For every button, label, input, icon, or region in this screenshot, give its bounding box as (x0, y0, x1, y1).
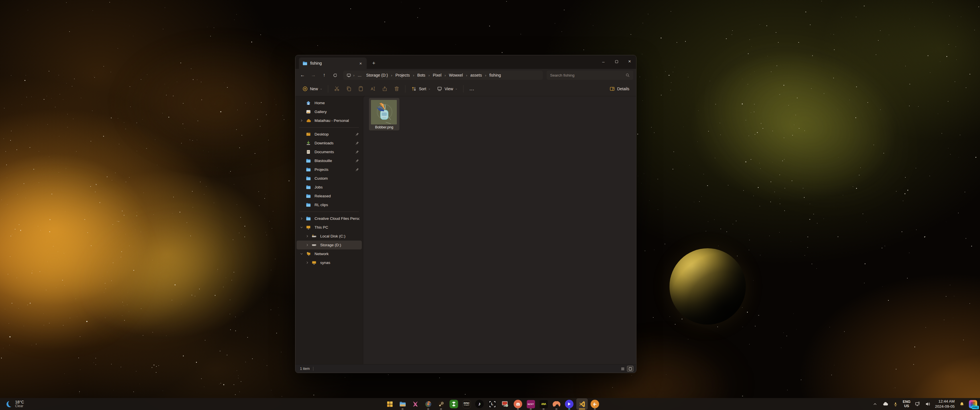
breadcrumb-assets[interactable]: assets (468, 72, 484, 78)
pin-icon (355, 167, 360, 172)
sidebar-item-onedrive[interactable]: Mataihau - Personal (297, 116, 362, 125)
minimize-button[interactable]: – (597, 55, 610, 68)
taskbar-pink-x-app[interactable] (410, 398, 421, 410)
new-button[interactable]: New ⌄ (299, 84, 325, 94)
new-tab-button[interactable]: + (369, 59, 378, 67)
breadcrumb-separator: › (428, 73, 430, 78)
microphone-tray-icon[interactable] (891, 398, 900, 410)
sidebar-item-downloads[interactable]: Downloads (297, 139, 362, 148)
taskbar-media-player[interactable] (563, 398, 575, 410)
folder-icon (306, 184, 311, 190)
chevron-down-icon[interactable] (298, 252, 305, 256)
sidebar-item-synas[interactable]: synas (297, 258, 362, 267)
onedrive-cloud-icon (306, 118, 311, 123)
sidebar-item-rl-clips[interactable]: RL clips (297, 200, 362, 209)
breadcrumb-fishing[interactable]: fishing (487, 72, 503, 78)
breadcrumb-storage-d[interactable]: Storage (D:) (364, 72, 390, 78)
delete-button[interactable] (391, 84, 402, 94)
folder-icon (306, 167, 311, 172)
tab-close-button[interactable]: × (358, 60, 364, 66)
taskbar-nordvpn[interactable] (551, 398, 562, 410)
sidebar-item-projects[interactable]: Projects (297, 165, 362, 174)
refresh-button[interactable] (330, 71, 340, 80)
onedrive-tray-icon[interactable] (881, 398, 890, 410)
taskbar-lightshot[interactable]: L (487, 398, 498, 410)
taskbar-steam[interactable] (435, 398, 447, 410)
share-button[interactable] (379, 84, 390, 94)
sort-button[interactable]: Sort ⌄ (408, 84, 433, 94)
sidebar-item-storage-d[interactable]: Storage (D:) (297, 241, 362, 249)
sidebar-item-network[interactable]: Network (297, 249, 362, 258)
sidebar-item-released[interactable]: Released (297, 192, 362, 200)
copy-button[interactable] (343, 84, 355, 94)
chevron-right-icon[interactable] (304, 243, 310, 246)
taskbar-vscode[interactable] (576, 398, 588, 410)
rename-button[interactable] (367, 84, 378, 94)
downloads-icon (306, 140, 311, 146)
desktop-icon (306, 132, 311, 137)
breadcrumb-wowxel[interactable]: Wowxel (447, 72, 465, 78)
more-options-button[interactable]: … (466, 84, 477, 94)
details-view-toggle[interactable] (620, 366, 626, 372)
weather-widget[interactable]: 18°C Clear (3, 398, 26, 410)
taskbar-epic-games[interactable]: EPIC GAMES (461, 398, 473, 410)
thumbnail-view-toggle[interactable] (627, 366, 633, 372)
hidden-icons-chevron[interactable] (871, 398, 880, 410)
taskbar: 18°C Clear (0, 398, 980, 410)
taskbar-remote-monitor-app[interactable] (500, 398, 511, 410)
network-tray-icon[interactable] (913, 398, 922, 410)
sidebar-item-local-disk-c[interactable]: Local Disk (C:) (297, 232, 362, 241)
chevron-right-icon[interactable] (304, 235, 310, 238)
search-input[interactable] (550, 73, 625, 78)
taskbar-file-explorer[interactable] (397, 398, 408, 410)
close-button[interactable]: × (623, 55, 636, 68)
taskbar-discord[interactable] (512, 398, 523, 410)
details-button[interactable]: Details (606, 84, 632, 94)
file-list-pane[interactable]: Bobber.png (363, 96, 636, 364)
taskbar-nzxt-cam[interactable]: NZXT (525, 398, 536, 410)
breadcrumb-bots[interactable]: Bots (415, 72, 427, 78)
clock[interactable]: 12:44 AM 2024-09-05 (934, 398, 956, 410)
view-button[interactable]: View ⌄ (434, 84, 460, 94)
cut-button[interactable] (331, 84, 342, 94)
language-indicator[interactable]: ENG US (902, 398, 912, 410)
sidebar-item-jobs[interactable]: Jobs (297, 183, 362, 192)
back-button[interactable]: ← (298, 71, 307, 80)
sidebar-item-home[interactable]: Home (297, 99, 362, 107)
sidebar-item-this-pc[interactable]: This PC (297, 223, 362, 232)
sidebar-item-gallery[interactable]: Gallery (297, 107, 362, 116)
taskbar-xbox[interactable] (448, 398, 460, 410)
sidebar-item-documents[interactable]: Documents (297, 148, 362, 156)
chevron-down-icon[interactable] (298, 226, 305, 229)
breadcrumb-pixel[interactable]: Pixel (431, 72, 443, 78)
sidebar-item-label: Documents (315, 150, 354, 154)
taskbar-tiktok[interactable]: ♪ (474, 398, 485, 410)
up-button[interactable]: ↑ (319, 71, 329, 80)
taskbar-chrome[interactable] (423, 398, 434, 410)
chevron-right-icon[interactable] (298, 217, 305, 220)
forward-button[interactable]: → (309, 71, 318, 80)
pin-icon (355, 141, 360, 146)
paste-button[interactable] (355, 84, 366, 94)
sidebar-item-custom[interactable]: Custom (297, 174, 362, 183)
volume-tray-icon[interactable] (924, 398, 932, 410)
search-box[interactable] (547, 71, 633, 80)
address-bar[interactable]: › … › Storage (D:) › Projects › Bots › P… (343, 71, 543, 80)
tab-fishing[interactable]: fishing × (299, 57, 367, 69)
maximize-button[interactable] (610, 55, 623, 68)
chevron-right-icon[interactable] (304, 261, 310, 264)
sidebar-item-desktop[interactable]: Desktop (297, 130, 362, 139)
sidebar-item-creative-cloud[interactable]: Creative Cloud Files Personal Acco (297, 214, 362, 223)
file-bobber-png[interactable]: Bobber.png (369, 98, 399, 130)
copilot-preview-icon[interactable]: PRE (968, 398, 978, 410)
breadcrumb-overflow[interactable]: … (356, 72, 364, 78)
notification-bell-icon[interactable] (958, 398, 966, 410)
chevron-right-icon[interactable] (298, 119, 305, 122)
taskbar-battle-net[interactable] (589, 398, 601, 410)
breadcrumb-projects[interactable]: Projects (393, 72, 412, 78)
taskbar-voicemod[interactable] (538, 398, 549, 410)
start-button[interactable] (384, 398, 395, 410)
breadcrumb-separator: › (444, 73, 446, 78)
nzxt-label: NZXT (528, 403, 534, 405)
sidebar-item-blastouille[interactable]: Blastouille (297, 156, 362, 165)
